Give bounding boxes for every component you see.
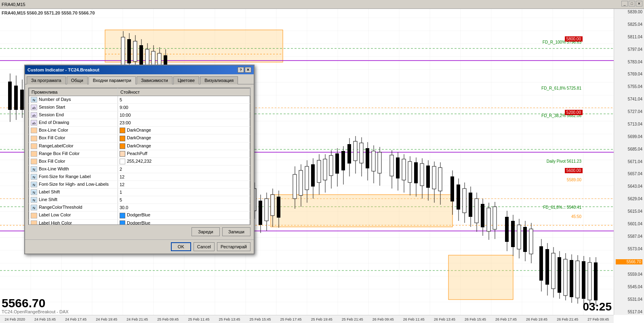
- table-row[interactable]: NBox-Line Width 2: [29, 165, 250, 173]
- svg-rect-96: [127, 39, 131, 63]
- param-name: Box-Line Color: [29, 127, 118, 134]
- param-value[interactable]: 2: [118, 165, 250, 173]
- time-label: 26 Feb 21:45: [557, 317, 578, 321]
- time-label: 25 Feb 19:45: [311, 317, 333, 321]
- cancel-button[interactable]: Cancel: [194, 242, 215, 251]
- param-value[interactable]: 10:00: [118, 111, 250, 119]
- price-5839: 5839.00: [616, 10, 642, 14]
- svg-rect-220: [558, 257, 561, 293]
- maximize-button[interactable]: □: [629, 1, 635, 6]
- dialog-title-controls: ? ✕: [238, 67, 251, 73]
- param-value[interactable]: DodgerBlue: [118, 212, 250, 219]
- custom-indicator-dialog[interactable]: Custom Indicator - TC24.Breakout ? ✕ За …: [24, 65, 255, 254]
- chart-title: FRA40,M15: [2, 2, 25, 7]
- table-row[interactable]: Range Box Fill Color PeachPuff: [29, 150, 250, 157]
- svg-rect-202: [493, 207, 497, 229]
- tab-inputs[interactable]: Входни параметри: [88, 76, 136, 84]
- ok-button[interactable]: OK: [171, 242, 191, 251]
- param-name: NBox-Line Width: [29, 165, 118, 173]
- svg-rect-55: [271, 195, 452, 227]
- dialog-titlebar: Custom Indicator - TC24.Breakout ? ✕: [25, 65, 254, 74]
- table-row[interactable]: NLine Shift 5: [29, 196, 250, 204]
- tab-colors[interactable]: Цветове: [173, 76, 199, 84]
- price-axis: 5839.00 5825.04 5811.04 5797.04 5783.04 …: [614, 9, 644, 315]
- table-row[interactable]: Box Fill Color DarkOrange: [29, 134, 250, 142]
- tab-dependencies[interactable]: Зависимости: [137, 76, 173, 84]
- param-value[interactable]: 255,242,232: [118, 157, 250, 165]
- table-row[interactable]: abEnd of Drawing 23:00: [29, 119, 250, 127]
- param-value[interactable]: 9:00: [118, 104, 250, 111]
- title-bar-controls: _ □ ✕: [621, 1, 642, 6]
- param-value[interactable]: 23:00: [118, 119, 250, 127]
- param-value[interactable]: DarkOrange: [118, 127, 250, 134]
- svg-rect-182: [426, 166, 430, 188]
- color-swatch: [120, 213, 125, 218]
- param-value[interactable]: DarkOrange: [118, 134, 250, 142]
- price-5566-current: 5566.70: [616, 259, 642, 264]
- svg-rect-150: [323, 159, 327, 180]
- dialog-title: Custom Indicator - TC24.Breakout: [27, 67, 99, 72]
- tab-visualization[interactable]: Визуализация: [200, 76, 238, 84]
- table-row[interactable]: abSession Start 9:00: [29, 104, 250, 111]
- param-value[interactable]: DarkOrange: [118, 142, 250, 150]
- zarredi-button[interactable]: Зареди: [192, 227, 220, 236]
- param-value[interactable]: 5: [118, 196, 250, 204]
- price-5699: 5699.04: [616, 134, 642, 139]
- tab-general[interactable]: Общи: [67, 76, 88, 84]
- svg-rect-204: [505, 217, 509, 242]
- svg-rect-218: [551, 253, 555, 289]
- table-row[interactable]: NFont-Size for High- and Low-Labels 12: [29, 181, 250, 189]
- time-label: 24 Feb 15:45: [34, 317, 56, 321]
- table-row[interactable]: Box-Line Color DarkOrange: [29, 127, 250, 134]
- color-icon: [31, 136, 37, 141]
- dialog-bottom-buttons: OK Cancel Рестартирай: [25, 239, 254, 254]
- param-value[interactable]: 1: [118, 189, 250, 196]
- time-label: 25 Feb 11:45: [188, 317, 209, 321]
- table-row[interactable]: abSession End 10:00: [29, 111, 250, 119]
- param-value[interactable]: 30.0: [118, 204, 250, 212]
- svg-rect-58: [8, 82, 12, 110]
- param-value[interactable]: 12: [118, 181, 250, 189]
- param-name: Box Fill Color: [29, 134, 118, 142]
- close-button[interactable]: ✕: [636, 1, 642, 6]
- svg-rect-100: [139, 45, 143, 65]
- table-row[interactable]: NFont-Size for Range Label 12: [29, 173, 250, 180]
- price-5741: 5741.04: [616, 97, 642, 101]
- svg-rect-198: [481, 204, 484, 227]
- svg-rect-158: [347, 144, 351, 164]
- param-name: NLabel Shift: [29, 189, 118, 196]
- price-5825: 5825.04: [616, 22, 642, 27]
- restart-button[interactable]: Рестартирай: [217, 242, 250, 251]
- param-value[interactable]: 5: [118, 96, 250, 104]
- price-5615: 5615.04: [616, 209, 642, 214]
- time-label: 27 Feb 09:45: [587, 317, 609, 321]
- color-icon: [31, 220, 37, 225]
- table-row[interactable]: RangeLabelColor DarkOrange: [29, 142, 250, 150]
- svg-rect-192: [463, 189, 466, 213]
- price-5671: 5671.04: [616, 159, 642, 164]
- table-row[interactable]: Label High Color DodgerBlue: [29, 219, 250, 225]
- color-swatch: [120, 151, 125, 157]
- svg-rect-138: [277, 197, 280, 218]
- param-name: NLine Shift: [29, 196, 118, 204]
- table-row[interactable]: NNumber of Days 5: [29, 96, 250, 104]
- tab-about[interactable]: За програмата: [27, 76, 66, 84]
- table-row[interactable]: Label Low Color DodgerBlue: [29, 212, 250, 219]
- bottom-price-area: 5566.70 TC24.OpenRangeBreakout - DAX: [2, 297, 69, 314]
- param-value[interactable]: PeachPuff: [118, 150, 250, 157]
- table-row[interactable]: NRangeColorThreshold 30.0: [29, 204, 250, 212]
- svg-rect-176: [408, 162, 412, 182]
- svg-rect-174: [402, 159, 406, 180]
- title-bar: FRA40,M15 _ □ ✕: [0, 0, 644, 9]
- param-value[interactable]: DodgerBlue: [118, 219, 250, 225]
- side-buttons-area: Зареди Запиши: [28, 227, 250, 236]
- minimize-button[interactable]: _: [621, 1, 628, 6]
- dialog-help-button[interactable]: ?: [238, 67, 244, 73]
- table-row[interactable]: NLabel Shift 1: [29, 189, 250, 196]
- svg-rect-196: [475, 199, 478, 223]
- dialog-close-button[interactable]: ✕: [245, 67, 251, 73]
- zapishi-button[interactable]: Запиши: [222, 227, 250, 236]
- tabs-bar: За програмата Общи Входни параметри Зави…: [25, 74, 254, 84]
- table-row[interactable]: Box Fill Color 255,242,232: [29, 157, 250, 165]
- param-value[interactable]: 12: [118, 173, 250, 180]
